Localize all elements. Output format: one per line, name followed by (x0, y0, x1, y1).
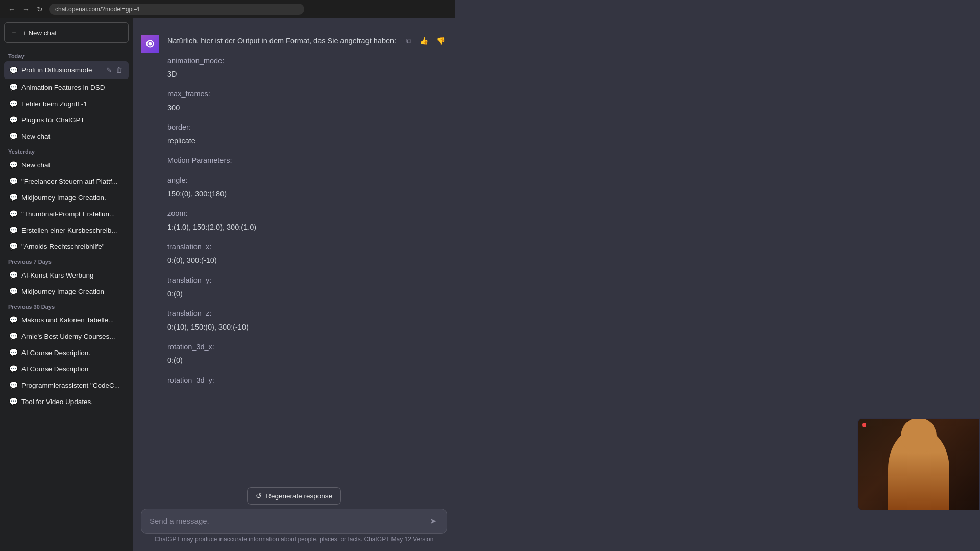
sidebar-item-midjourney-1[interactable]: 💬 Midjourney Image Creation. (4, 189, 129, 206)
assistant-message: Natürlich, hier ist der Output in dem Fo… (133, 29, 455, 393)
section-label-today: Today (4, 49, 129, 61)
sidebar-item-arnolds[interactable]: 💬 "Arnolds Rechtschreibhilfe" (4, 238, 129, 255)
browser-controls: ← → ↻ (6, 4, 45, 14)
message-text: Natürlich, hier ist der Output in dem Fo… (167, 35, 396, 387)
content-line-label: zoom: (167, 207, 396, 220)
webcam-person-head (901, 418, 937, 454)
chat-icon-8: 💬 (9, 193, 17, 202)
chat-item-text: Midjourney Image Creation. (21, 194, 124, 202)
sidebar-item-programmierassistent[interactable]: 💬 Programmierassistent "CodeC... (4, 377, 129, 393)
chat-item-actions: ✎ 🗑 (105, 65, 124, 75)
chat-icon-5: 💬 (9, 132, 17, 140)
plus-icon: ＋ (11, 28, 17, 37)
content-line-value: 300 (167, 102, 396, 114)
reload-button[interactable]: ↻ (35, 4, 45, 14)
chat-item-text: AI Course Description. (21, 349, 124, 357)
chat-icon-4: 💬 (9, 116, 17, 124)
sidebar-item-animation-features[interactable]: 💬 Animation Features in DSD (4, 79, 129, 95)
chat-icon: 💬 (9, 66, 17, 74)
sidebar-item-profi-diffusionsmode[interactable]: 💬 Profi in Diffusionsmode ✎ 🗑 (4, 61, 129, 79)
content-line-label: max_frames: (167, 88, 396, 101)
chat-icon-12: 💬 (9, 271, 17, 279)
content-line-label: translation_y: (167, 274, 396, 287)
content-line-label: rotation_3d_y: (167, 374, 396, 387)
chat-item-text: AI-Kunst Kurs Werbung (21, 271, 124, 279)
send-button[interactable]: ➤ (428, 514, 438, 528)
webcam-recording-indicator (862, 423, 866, 427)
content-line-label: translation_x: (167, 241, 396, 254)
content-line-value: 0:(0), 300:(-10) (167, 254, 396, 267)
sidebar-item-erstellen[interactable]: 💬 Erstellen einer Kursbeschreib... (4, 222, 129, 238)
url-text: chat.openai.com/?model=gpt-4 (55, 6, 139, 13)
chat-icon-2: 💬 (9, 83, 17, 91)
edit-button[interactable]: ✎ (105, 65, 113, 75)
chat-icon-14: 💬 (9, 316, 17, 324)
main-content: Natürlich, hier ist der Output in dem Fo… (133, 18, 455, 551)
sidebar-item-midjourney-2[interactable]: 💬 Midjourney Image Creation (4, 283, 129, 299)
copy-button[interactable]: ⧉ (404, 35, 413, 47)
chat-item-text: Profi in Diffusionsmode (21, 66, 101, 74)
sidebar-item-plugins-chatgpt[interactable]: 💬 Plugins für ChatGPT (4, 112, 129, 128)
sidebar-item-new-chat-today[interactable]: 💬 New chat (4, 128, 129, 144)
chat-area: Natürlich, hier ist der Output in dem Fo… (133, 18, 455, 481)
thumbs-down-button[interactable]: 👎 (434, 35, 447, 47)
browser-bar: ← → ↻ chat.openai.com/?model=gpt-4 (0, 0, 455, 18)
content-line-value: 0:(0) (167, 354, 396, 367)
chat-item-text: "Arnolds Rechtschreibhilfe" (21, 243, 124, 251)
sidebar-item-ai-course-desc-dot[interactable]: 💬 AI Course Description. (4, 344, 129, 361)
chat-item-text: Animation Features in DSD (21, 84, 124, 91)
thumbs-up-button[interactable]: 👍 (418, 35, 430, 47)
chat-item-text: Midjourney Image Creation (21, 288, 124, 295)
sidebar-item-ai-course-desc[interactable]: 💬 AI Course Description (4, 361, 129, 377)
new-chat-button[interactable]: ＋ + New chat (4, 22, 129, 43)
content-line-value: 0:(0) (167, 288, 396, 300)
section-prev30: Previous 30 Days 💬 Makros und Kalorien T… (4, 299, 129, 410)
section-label-prev30: Previous 30 Days (4, 299, 129, 312)
chat-icon-13: 💬 (9, 287, 17, 295)
content-line-label: rotation_3d_x: (167, 341, 396, 354)
sidebar: ＋ + New chat Today 💬 Profi in Diffusions… (0, 18, 133, 551)
chat-icon-19: 💬 (9, 397, 17, 406)
sidebar-item-makros[interactable]: 💬 Makros und Kalorien Tabelle... (4, 312, 129, 328)
section-label-prev7: Previous 7 Days (4, 255, 129, 267)
regenerate-button[interactable]: ↺ Regenerate response (247, 487, 341, 505)
back-button[interactable]: ← (6, 4, 17, 14)
sidebar-item-arnies-udemy[interactable]: 💬 Arnie's Best Udemy Courses... (4, 328, 129, 344)
content-line-value: 3D (167, 68, 396, 81)
chat-icon-17: 💬 (9, 365, 17, 373)
message-input-container: ➤ (141, 509, 447, 534)
chat-icon-6: 💬 (9, 161, 17, 169)
assistant-intro: Natürlich, hier ist der Output in dem Fo… (167, 35, 396, 47)
sidebar-item-fehler-zugriff[interactable]: 💬 Fehler beim Zugriff -1 (4, 95, 129, 112)
content-line-label: translation_z: (167, 307, 396, 320)
regenerate-icon: ↺ (256, 492, 262, 500)
address-bar[interactable]: chat.openai.com/?model=gpt-4 (49, 4, 304, 15)
chat-icon-16: 💬 (9, 348, 17, 357)
regenerate-label: Regenerate response (266, 492, 332, 500)
sidebar-item-new-chat-yesterday[interactable]: 💬 New chat (4, 157, 129, 173)
chat-icon-18: 💬 (9, 381, 17, 389)
delete-button[interactable]: 🗑 (115, 65, 124, 75)
forward-button[interactable]: → (20, 4, 32, 14)
chat-item-text: Plugins für ChatGPT (21, 116, 124, 124)
content-line-label: border: (167, 121, 396, 134)
message-input[interactable] (150, 517, 428, 525)
webcam-overlay (857, 418, 980, 510)
sidebar-item-freelancer[interactable]: 💬 "Freelancer Steuern auf Plattf... (4, 173, 129, 189)
content-line-value: 0:(10), 150:(0), 300:(-10) (167, 321, 396, 334)
sidebar-item-ai-kunst[interactable]: 💬 AI-Kunst Kurs Werbung (4, 267, 129, 283)
section-today: Today 💬 Profi in Diffusionsmode ✎ 🗑 💬 An… (4, 49, 129, 144)
chat-item-text: Arnie's Best Udemy Courses... (21, 333, 124, 340)
content-line-label: angle: (167, 174, 396, 187)
chat-item-text: "Freelancer Steuern auf Plattf... (21, 178, 124, 185)
chat-item-text: New chat (21, 161, 124, 169)
chat-item-text: Makros und Kalorien Tabelle... (21, 316, 124, 324)
sidebar-item-thumbnail-prompt[interactable]: 💬 "Thumbnail-Prompt Erstellun... (4, 206, 129, 222)
regenerate-container: ↺ Regenerate response (247, 487, 341, 505)
content-lines: animation_mode:3Dmax_frames:300border:re… (167, 55, 396, 387)
chat-icon-10: 💬 (9, 226, 17, 234)
chat-icon-3: 💬 (9, 99, 17, 108)
chat-icon-7: 💬 (9, 177, 17, 185)
chat-item-text: AI Course Description (21, 365, 124, 373)
sidebar-item-tool-video-updates[interactable]: 💬 Tool for Video Updates. (4, 393, 129, 410)
